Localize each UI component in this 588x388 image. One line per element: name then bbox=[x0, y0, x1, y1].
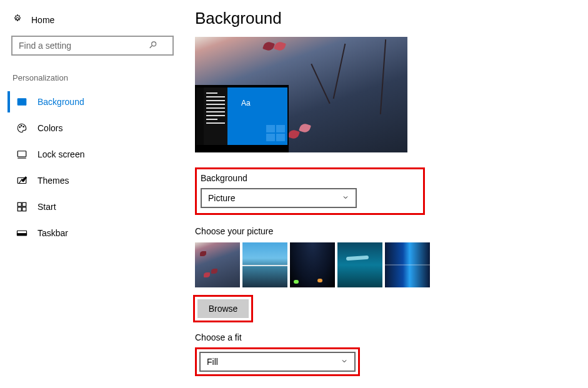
background-type-label: Background bbox=[201, 173, 417, 183]
picture-thumb-4[interactable] bbox=[337, 242, 382, 287]
background-type-select[interactable]: Picture bbox=[201, 188, 357, 208]
svg-point-5 bbox=[19, 127, 21, 128]
nav-label: Start bbox=[37, 202, 56, 212]
nav-label: Themes bbox=[37, 176, 69, 186]
main-panel: Background Aa Background Pictur bbox=[175, 5, 588, 388]
picture-thumb-2[interactable] bbox=[242, 242, 287, 287]
decorative bbox=[311, 64, 330, 104]
decorative bbox=[380, 39, 386, 114]
page-title: Background bbox=[195, 9, 576, 28]
preview-start-overlay: Aa bbox=[195, 85, 289, 152]
background-type-value: Picture bbox=[208, 193, 236, 203]
choose-fit-value: Fill bbox=[207, 357, 218, 367]
nav-item-lock-screen[interactable]: Lock screen bbox=[7, 141, 167, 167]
nav-item-background[interactable]: Background bbox=[7, 89, 167, 115]
nav-item-start[interactable]: Start bbox=[7, 194, 167, 220]
browse-highlight: Browse bbox=[193, 295, 253, 322]
nav-item-colors[interactable]: Colors bbox=[7, 115, 167, 141]
picture-thumb-1[interactable] bbox=[195, 242, 240, 287]
svg-rect-8 bbox=[17, 151, 26, 157]
search-wrap bbox=[11, 36, 164, 56]
nav-item-themes[interactable]: Themes bbox=[7, 167, 167, 194]
home-label: Home bbox=[31, 15, 54, 25]
decorative bbox=[274, 41, 286, 52]
picture-thumb-3[interactable] bbox=[290, 242, 335, 287]
picture-thumb-5[interactable] bbox=[385, 242, 430, 287]
category-label: Personalization bbox=[7, 68, 167, 89]
search-input[interactable] bbox=[11, 36, 174, 56]
svg-rect-11 bbox=[17, 202, 21, 206]
nav-label: Background bbox=[37, 97, 84, 107]
choose-fit-group: Choose a fit Fill bbox=[195, 332, 576, 376]
themes-icon bbox=[16, 175, 27, 186]
nav-label: Colors bbox=[37, 123, 62, 133]
palette-icon bbox=[16, 122, 27, 134]
decorative bbox=[333, 44, 346, 99]
svg-rect-14 bbox=[22, 207, 26, 211]
browse-button[interactable]: Browse bbox=[197, 299, 249, 318]
picture-icon bbox=[16, 96, 27, 107]
decorative bbox=[299, 122, 311, 134]
choose-fit-select[interactable]: Fill bbox=[199, 352, 356, 372]
gear-icon bbox=[12, 14, 31, 26]
nav-item-taskbar[interactable]: Taskbar bbox=[7, 220, 167, 246]
nav-label: Taskbar bbox=[37, 228, 68, 238]
fit-highlight: Fill bbox=[195, 347, 360, 376]
chevron-down-icon bbox=[341, 357, 348, 367]
lock-screen-icon bbox=[16, 149, 27, 160]
svg-point-7 bbox=[23, 126, 24, 127]
svg-point-6 bbox=[21, 126, 22, 127]
decorative bbox=[287, 129, 300, 141]
svg-rect-13 bbox=[17, 207, 21, 211]
decorative bbox=[262, 41, 275, 52]
picture-thumbnails bbox=[195, 242, 576, 287]
svg-rect-12 bbox=[22, 202, 26, 206]
desktop-preview: Aa bbox=[195, 37, 407, 152]
start-icon bbox=[16, 201, 27, 212]
sidebar: Home Personalization Background Colors L… bbox=[0, 5, 175, 388]
choose-picture-label: Choose your picture bbox=[195, 226, 576, 236]
taskbar-icon bbox=[16, 227, 27, 239]
accent-sample: Aa bbox=[241, 99, 251, 107]
svg-rect-16 bbox=[17, 234, 27, 236]
chevron-down-icon bbox=[342, 193, 349, 203]
choose-fit-label: Choose a fit bbox=[195, 332, 576, 342]
background-type-group: Background Picture bbox=[195, 167, 425, 215]
home-link[interactable]: Home bbox=[7, 10, 167, 29]
nav-label: Lock screen bbox=[37, 149, 84, 159]
